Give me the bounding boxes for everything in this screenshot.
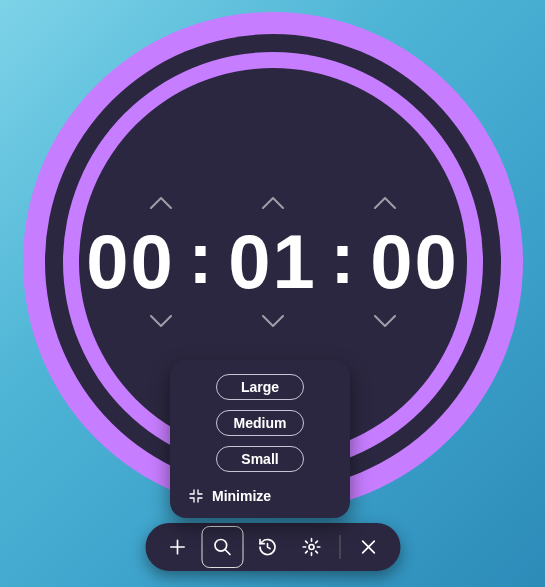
minimize-button[interactable]: Minimize — [182, 484, 338, 506]
seconds-up-chevron-icon[interactable] — [373, 196, 397, 210]
svg-point-1 — [309, 545, 314, 550]
size-option-medium[interactable]: Medium — [216, 410, 304, 436]
hours-down-chevron-icon[interactable] — [149, 314, 173, 328]
reset-history-button[interactable] — [247, 527, 287, 567]
minimize-label: Minimize — [212, 488, 271, 504]
time-display: 00 : 01 : 00 — [79, 224, 467, 300]
decrement-row — [149, 314, 397, 328]
plus-icon — [167, 537, 187, 557]
size-option-small[interactable]: Small — [216, 446, 304, 472]
size-option-large[interactable]: Large — [216, 374, 304, 400]
close-icon — [358, 537, 378, 557]
minutes-value[interactable]: 01 — [221, 224, 325, 300]
add-timer-button[interactable] — [157, 527, 197, 567]
minutes-up-chevron-icon[interactable] — [261, 196, 285, 210]
toolbar — [145, 523, 400, 571]
zoom-size-button[interactable] — [201, 526, 243, 568]
timer-app: 00 : 01 : 00 Large Medium Small Minimize — [0, 0, 545, 587]
hours-value[interactable]: 00 — [79, 224, 183, 300]
seconds-value[interactable]: 00 — [362, 224, 466, 300]
hours-up-chevron-icon[interactable] — [149, 196, 173, 210]
seconds-down-chevron-icon[interactable] — [373, 314, 397, 328]
separator: : — [325, 222, 363, 294]
settings-button[interactable] — [291, 527, 331, 567]
minutes-down-chevron-icon[interactable] — [261, 314, 285, 328]
gear-icon — [301, 537, 321, 557]
increment-row — [149, 196, 397, 210]
history-icon — [257, 537, 277, 557]
separator: : — [183, 222, 221, 294]
minimize-icon — [188, 488, 204, 504]
size-menu-popup: Large Medium Small Minimize — [170, 360, 350, 518]
magnifier-icon — [212, 537, 232, 557]
toolbar-divider — [339, 535, 340, 559]
close-button[interactable] — [348, 527, 388, 567]
